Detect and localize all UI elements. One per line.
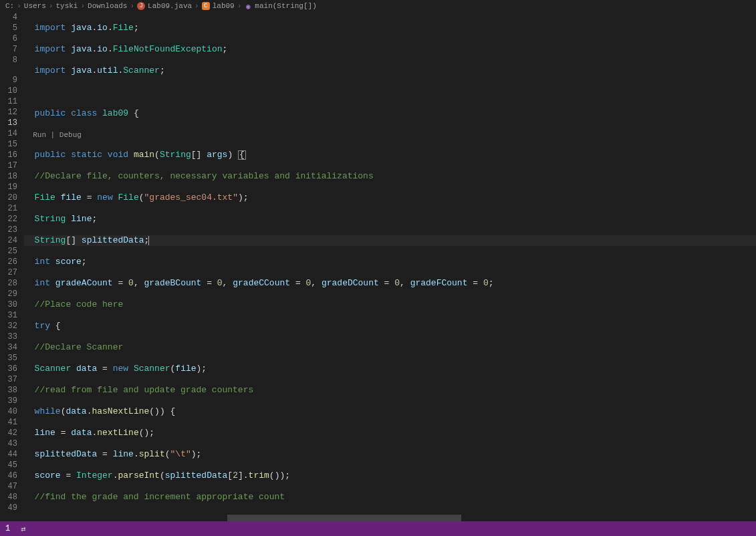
line-number-gutter: 45678 9101112 13 14151617181920 21222324…: [0, 12, 24, 515]
breadcrumb[interactable]: C:› Users› tyski› Downloads› J Lab09.jav…: [0, 0, 756, 12]
code-area[interactable]: import java.io.File; import java.io.File…: [24, 12, 756, 515]
chevron-right-icon: ›: [80, 2, 85, 10]
scrollbar-thumb[interactable]: [227, 515, 461, 521]
text-cursor: [148, 236, 149, 245]
chevron-right-icon: ›: [49, 2, 53, 10]
breadcrumb-seg[interactable]: lab09: [213, 2, 235, 10]
horizontal-scrollbar[interactable]: [0, 515, 756, 521]
chevron-right-icon: ›: [17, 2, 21, 10]
chevron-right-icon: ›: [237, 2, 242, 10]
method-icon: ◉: [244, 2, 252, 10]
java-file-icon: J: [137, 2, 145, 10]
code-editor[interactable]: 45678 9101112 13 14151617181920 21222324…: [0, 12, 756, 515]
breadcrumb-seg[interactable]: Users: [24, 2, 46, 10]
breadcrumb-seg[interactable]: Downloads: [88, 2, 127, 10]
breadcrumb-seg[interactable]: main(String[]): [255, 2, 316, 10]
chevron-right-icon: ›: [130, 2, 134, 10]
breadcrumb-seg[interactable]: Lab09.java: [148, 2, 192, 10]
codelens-run[interactable]: Run: [33, 131, 46, 139]
class-icon: C: [202, 2, 210, 10]
breadcrumb-seg[interactable]: tyski: [55, 2, 78, 10]
codelens-debug[interactable]: Debug: [59, 131, 82, 139]
breadcrumb-seg[interactable]: C:: [5, 2, 14, 10]
status-left-number[interactable]: 1: [3, 521, 13, 536]
sync-icon[interactable]: ⇄: [18, 521, 28, 536]
chevron-right-icon: ›: [195, 2, 199, 10]
status-bar: 1 ⇄: [0, 521, 756, 536]
